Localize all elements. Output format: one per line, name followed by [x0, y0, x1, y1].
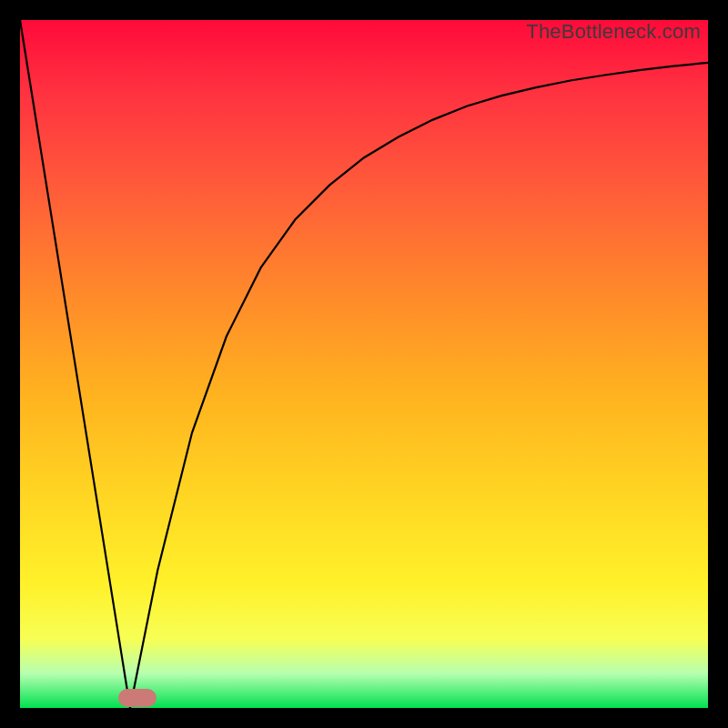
optimal-point-marker: [118, 689, 157, 707]
chart-curves-layer: [20, 20, 708, 708]
chart-plot-area: TheBottleneck.com: [20, 20, 708, 708]
left-line-path: [20, 20, 130, 708]
chart-frame: TheBottleneck.com: [0, 0, 728, 728]
curve-group: [20, 20, 708, 708]
right-curve-path: [130, 63, 708, 708]
